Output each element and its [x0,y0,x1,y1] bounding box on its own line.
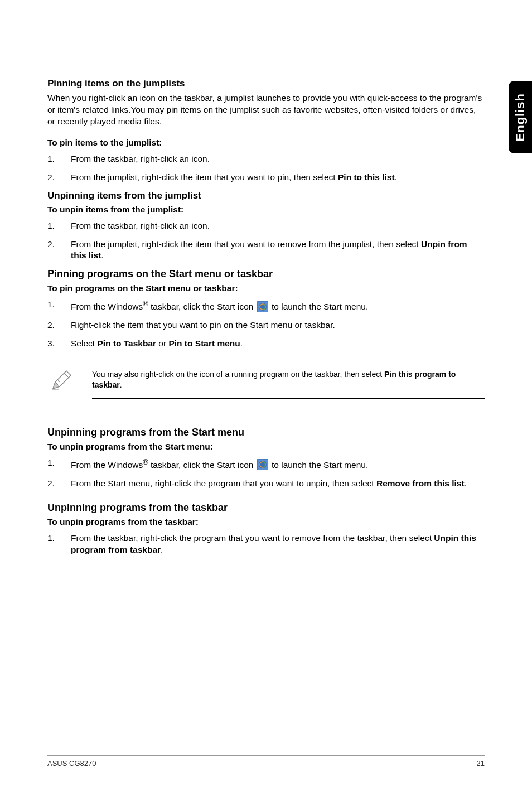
list-body: From the taskbar, right-click an icon. [71,220,485,232]
list-number: 2. [47,239,71,262]
list-item: 1. From the taskbar, right-click an icon… [47,220,485,232]
list-item: 1. From the Windows® taskbar, click the … [47,457,485,471]
list-number: 1. [47,533,71,556]
list-number: 2. [47,320,71,331]
heading-unpinning-taskbar: Unpinning programs from the taskbar [47,502,485,514]
list-body: From the jumplist, right-click the item … [71,239,485,262]
heading-pinning-jumplists: Pinning items on the jumplists [47,78,485,89]
language-tab: English [509,81,532,153]
list-number: 1. [47,220,71,232]
intro-paragraph: When you right-click an icon on the task… [47,93,485,128]
list-item: 2. From the Start menu, right-click the … [47,478,485,490]
list-number: 3. [47,338,71,350]
sub-pin-jumplist: To pin items to the jumplist: [47,138,485,148]
list-item: 3. Select Pin to Taskbar or Pin to Start… [47,338,485,350]
list-body: From the Start menu, right-click the pro… [71,478,485,490]
sub-unpin-start: To unpin programs from the Start menu: [47,442,485,452]
footer-model: ASUS CG8270 [47,759,96,767]
list-body: Right-click the item that you want to pi… [71,320,485,331]
windows-start-icon [257,301,268,312]
list-number: 1. [47,457,71,471]
note-text: You may also right-click on the icon of … [92,361,485,399]
list-body: From the Windows® taskbar, click the Sta… [71,299,485,313]
svg-line-2 [64,373,69,378]
sub-unpin-jumplist: To unpin items from the jumplist: [47,205,485,215]
sub-unpin-taskbar: To unpin programs from the taskbar: [47,517,485,527]
list-body: From the taskbar, right-click the progra… [71,533,485,556]
list-number: 2. [47,478,71,490]
pencil-icon [50,368,74,392]
heading-unpinning-jumplist: Unpinning items from the jumplist [47,190,485,201]
note-icon-cell [47,368,92,392]
list-body: Select Pin to Taskbar or Pin to Start me… [71,338,485,350]
list-item: 1. From the taskbar, right-click an icon… [47,153,485,165]
list-body: From the jumplist, right-click the item … [71,172,485,183]
note-callout: You may also right-click on the icon of … [47,361,485,399]
heading-pinning-start-taskbar: Pinning programs on the Start menu or ta… [47,268,485,280]
list-body: From the Windows® taskbar, click the Sta… [71,457,485,471]
list-number: 2. [47,172,71,183]
list-item: 1. From the taskbar, right-click the pro… [47,533,485,556]
heading-unpinning-start: Unpinning programs from the Start menu [47,427,485,438]
list-number: 1. [47,153,71,165]
list-item: 2. From the jumplist, right-click the it… [47,239,485,262]
list-item: 2. From the jumplist, right-click the it… [47,172,485,183]
list-body: From the taskbar, right-click an icon. [71,153,485,165]
list-item: 1. From the Windows® taskbar, click the … [47,299,485,313]
page-content: Pinning items on the jumplists When you … [0,0,532,556]
svg-line-3 [57,380,62,384]
list-item: 2. Right-click the item that you want to… [47,320,485,331]
footer-page-number: 21 [477,759,485,767]
windows-start-icon [257,459,268,470]
language-tab-label: English [513,93,528,141]
list-number: 1. [47,299,71,313]
page-footer: ASUS CG8270 21 [47,755,485,767]
sub-pin-start-taskbar: To pin programs on the Start menu or tas… [47,283,485,293]
